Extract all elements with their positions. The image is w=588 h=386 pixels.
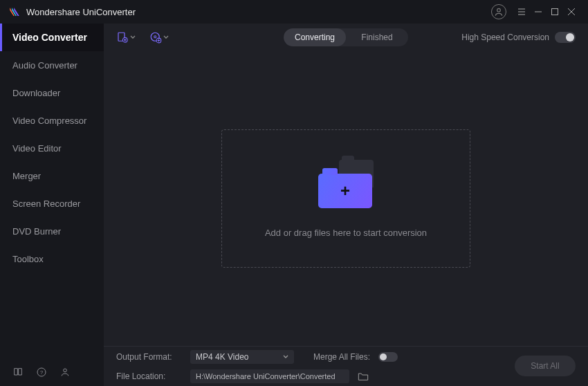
sidebar-item-label: DVD Burner	[12, 226, 61, 237]
add-disc-icon[interactable]	[149, 31, 169, 44]
guide-icon[interactable]	[12, 367, 24, 378]
sidebar-item-label: Audio Converter	[12, 60, 77, 71]
sidebar-item-video-editor[interactable]: Video Editor	[0, 134, 104, 162]
high-speed-label: High Speed Conversion	[461, 33, 549, 42]
svg-point-16	[154, 36, 156, 38]
high-speed-toggle[interactable]	[555, 32, 576, 43]
svg-point-10	[64, 369, 67, 372]
sidebar-item-video-compressor[interactable]: Video Compressor	[0, 107, 104, 134]
chevron-down-icon	[283, 354, 288, 360]
user-avatar-icon[interactable]	[491, 4, 506, 19]
start-all-button[interactable]: Start All	[515, 356, 576, 376]
sidebar-item-label: Video Compressor	[12, 116, 86, 126]
maximize-icon[interactable]	[546, 0, 563, 24]
tab-finished[interactable]: Finished	[346, 28, 408, 46]
output-format-select[interactable]: MP4 4K Video	[190, 350, 294, 364]
add-file-icon[interactable]	[116, 31, 136, 44]
status-segment: Converting Finished	[284, 28, 408, 46]
drop-hint: Add or drag files here to start conversi…	[265, 228, 427, 238]
tab-converting[interactable]: Converting	[284, 28, 346, 46]
sidebar-item-label: Video Editor	[12, 143, 62, 154]
app-logo-icon	[8, 6, 21, 18]
svg-point-0	[497, 8, 501, 12]
file-location-label: File Location:	[116, 371, 182, 381]
drop-area[interactable]: + Add or drag files here to start conver…	[221, 129, 470, 268]
file-location-value[interactable]: H:\Wondershare UniConverter\Converted	[190, 369, 349, 383]
sidebar-item-label: Downloader	[12, 88, 60, 98]
app-title: Wondershare UniConverter	[26, 7, 136, 17]
minimize-icon[interactable]	[530, 0, 546, 24]
sidebar-item-toolbox[interactable]: Toolbox	[0, 245, 104, 273]
tab-label: Finished	[361, 33, 392, 42]
sidebar-item-downloader[interactable]: Downloader	[0, 79, 104, 107]
sidebar-item-label: Screen Recorder	[12, 199, 80, 209]
chevron-down-icon	[163, 35, 169, 40]
close-icon[interactable]	[563, 0, 580, 24]
sidebar-item-audio-converter[interactable]: Audio Converter	[0, 51, 104, 79]
open-folder-icon[interactable]	[358, 371, 369, 381]
svg-rect-5	[552, 9, 558, 15]
output-format-value: MP4 4K Video	[196, 352, 249, 362]
merge-label: Merge All Files:	[313, 352, 370, 362]
sidebar-item-screen-recorder[interactable]: Screen Recorder	[0, 190, 104, 217]
merge-all-toggle[interactable]	[378, 352, 398, 362]
sidebar-item-label: Video Converter	[12, 32, 87, 43]
start-all-label: Start All	[531, 361, 559, 371]
tab-label: Converting	[295, 33, 335, 42]
add-files-folder-icon[interactable]: +	[318, 160, 374, 208]
sidebar-item-merger[interactable]: Merger	[0, 162, 104, 190]
help-icon[interactable]: ?	[36, 367, 47, 378]
sidebar-item-video-converter[interactable]: Video Converter	[0, 24, 104, 51]
sidebar-item-label: Toolbox	[12, 254, 44, 264]
account-icon[interactable]	[59, 367, 71, 378]
sidebar-item-label: Merger	[12, 171, 41, 181]
chevron-down-icon	[130, 35, 136, 40]
svg-text:?: ?	[40, 369, 43, 376]
sidebar-item-dvd-burner[interactable]: DVD Burner	[0, 217, 104, 245]
plus-icon: +	[340, 181, 350, 201]
output-format-label: Output Format:	[116, 352, 182, 362]
menu-icon[interactable]	[513, 0, 530, 24]
